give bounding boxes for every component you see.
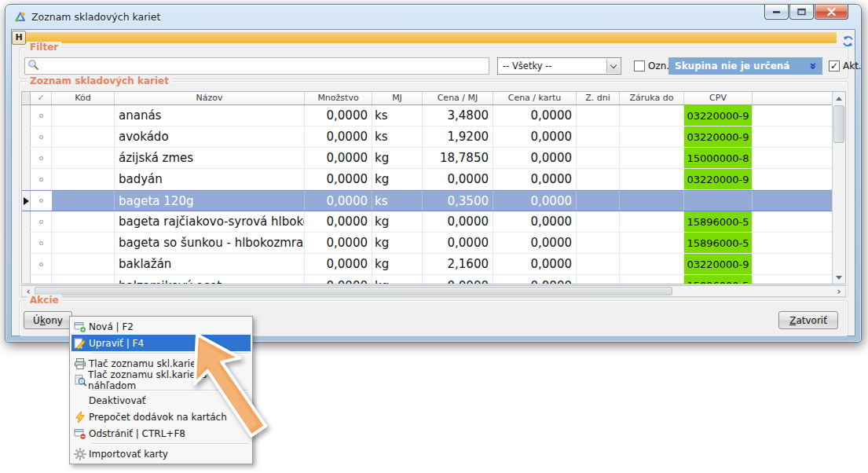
stock-cards-table: ✓ Kód Názov Množstvo MJ Cena / MJ Cena /… [21, 91, 846, 284]
table-groupbox: Zoznam skladových kariet ✓ Kód Názov Mno… [19, 81, 848, 298]
h-button[interactable]: H [12, 31, 26, 45]
header-zaruka-do[interactable]: Záruka do [620, 92, 684, 104]
header-cena-kartu[interactable]: Cena / kartu [493, 92, 577, 104]
ukony-button[interactable]: Úkony [24, 311, 72, 329]
header-z-dni[interactable]: Z. dni [577, 92, 620, 104]
maximize-button[interactable] [789, 5, 814, 20]
gear-icon [71, 448, 89, 460]
menu-item-label: Upraviť | F4 [89, 338, 144, 349]
table-row-partial[interactable]: balzamikový ocot 0,0000 kg 0,0000 0,0000… [22, 275, 845, 284]
double-chevron-down-icon[interactable]: » [806, 62, 820, 70]
chevron-down-icon[interactable] [606, 59, 620, 73]
toolbar-band [12, 32, 837, 43]
vertical-scrollbar[interactable] [832, 92, 845, 284]
context-menu: Nová | F2 Upraviť | F4 Tlač zoznamu skl.… [69, 316, 253, 464]
menu-item-importovat[interactable]: Importovať karty [71, 446, 251, 462]
table-row[interactable]: avokádo 0,0000 ks 1,9200 0,0000 03220000… [22, 126, 845, 148]
menu-item-label: Deaktivovať [89, 395, 146, 406]
cpv-badge: 15000000-8 [684, 148, 752, 168]
maximize-icon [797, 8, 806, 16]
print-preview-icon [71, 374, 88, 387]
header-cena-mj[interactable]: Cena / MJ [423, 92, 493, 104]
menu-item-label: Tlač zoznamu skl.kariet s náhľadom [88, 369, 251, 391]
row-status-icon [39, 135, 43, 139]
akt-checkbox[interactable]: ✓ Akt. [829, 60, 862, 72]
menu-item-label: Nová | F2 [89, 321, 134, 332]
group-filter-value: Skupina nie je určená [675, 60, 789, 72]
check-icon: ✓ [830, 61, 838, 71]
menu-item-label: Tlač zoznamu skl.kariet [89, 358, 200, 369]
table-header: ✓ Kód Názov Množstvo MJ Cena / MJ Cena /… [22, 92, 845, 105]
row-status-icon [39, 262, 43, 266]
window-controls [764, 5, 848, 20]
refresh-icon[interactable] [841, 35, 855, 48]
row-status-icon [39, 156, 43, 160]
cpv-badge: 15896000-5 [684, 211, 752, 232]
header-mj[interactable]: MJ [372, 92, 423, 104]
menu-item-prepocet[interactable]: Prepočet dodávok na kartách [71, 409, 251, 425]
cpv-badge: 03220000-9 [684, 105, 752, 126]
table-row-selected[interactable]: bageta 120g 0,0000 ks 0,3500 0,0000 [22, 190, 845, 211]
menu-item-deaktivovat[interactable]: Deaktivovať [71, 392, 251, 409]
row-status-icon [39, 199, 43, 203]
ozn-checkbox-box[interactable] [634, 60, 645, 72]
menu-item-odstranit[interactable]: Odstrániť | CTRL+F8 [71, 425, 251, 442]
header-kod[interactable]: Kód [52, 92, 115, 104]
scroll-up-button[interactable] [833, 92, 845, 104]
current-row-marker [24, 197, 29, 205]
header-cpv[interactable]: CPV [684, 92, 753, 104]
menu-item-tlac-zoznamu-nahlad[interactable]: Tlač zoznamu skl.kariet s náhľadom [71, 372, 251, 388]
menu-item-upravit[interactable]: Upraviť | F4 [71, 335, 251, 351]
akt-checkbox-box[interactable]: ✓ [829, 60, 840, 72]
titlebar[interactable]: Zoznam skladových kariet [5, 5, 861, 29]
scroll-down-button[interactable] [833, 271, 845, 284]
horizontal-scroll-thumb[interactable] [35, 287, 672, 295]
combo-value: -- Všetky -- [503, 60, 551, 72]
window-title: Zoznam skladových kariet [31, 11, 160, 23]
row-status-icon [39, 284, 43, 284]
table-row[interactable]: baklažán 0,0000 kg 2,1600 0,0000 0322000… [22, 254, 845, 275]
edit-pencil-icon [71, 337, 89, 350]
minimize-button[interactable] [764, 5, 789, 20]
menu-item-label: Prepočet dodávok na kartách [89, 412, 227, 423]
type-combobox[interactable]: -- Všetky -- [497, 57, 621, 75]
header-check-icon: ✓ [37, 93, 44, 103]
akt-checkbox-label: Akt. [843, 60, 862, 72]
table-row[interactable]: bageta rajčiakovo-syrová hlbokozmrazená … [22, 211, 845, 233]
filter-groupbox: Filter -- Všetky -- Ozn. Skupina nie je [19, 47, 848, 79]
row-status-icon [39, 178, 43, 182]
filter-group-label: Filter [27, 42, 61, 53]
table-row[interactable]: bageta so šunkou - hlbokozmrazená 0,0000… [22, 233, 845, 254]
table-row[interactable]: ananás 0,0000 ks 3,4800 0,0000 03220000-… [22, 105, 845, 126]
menu-item-nova[interactable]: Nová | F2 [71, 318, 251, 335]
cpv-badge: 03220000-9 [684, 169, 752, 189]
scroll-right-button[interactable]: › [833, 286, 845, 296]
app-icon [13, 10, 27, 24]
scroll-up-icon [836, 97, 842, 101]
menu-item-label: Importovať karty [89, 449, 168, 460]
row-status-icon [39, 220, 43, 224]
desktop: Zoznam skladových kariet H Filter [0, 0, 868, 473]
close-icon [827, 8, 836, 16]
menu-item-label: Odstrániť | CTRL+F8 [89, 428, 185, 439]
ozn-checkbox-label: Ozn. [648, 60, 669, 72]
header-nazov[interactable]: Názov [115, 92, 305, 104]
ozn-checkbox[interactable]: Ozn. [634, 60, 669, 72]
minimize-icon [773, 11, 780, 13]
zatvorit-button[interactable]: Zatvoriť [778, 311, 838, 329]
close-button[interactable] [815, 5, 848, 20]
header-marker-col [22, 92, 31, 104]
header-check-col[interactable]: ✓ [31, 92, 52, 104]
horizontal-scrollbar[interactable]: ‹ › [21, 285, 846, 297]
search-input[interactable] [24, 57, 489, 75]
lightning-icon [71, 411, 89, 424]
group-filter-field[interactable]: Skupina nie je určená » [668, 57, 822, 75]
table-row[interactable]: ázijská zmes 0,0000 kg 18,7850 0,0000 15… [22, 148, 845, 169]
table-group-label: Zoznam skladových kariet [27, 75, 172, 86]
printer-icon [71, 358, 89, 370]
vertical-scroll-thumb[interactable] [833, 105, 844, 143]
table-row[interactable]: badyán 0,0000 kg 0,0000 0,0000 03220000-… [22, 169, 845, 190]
search-icon [27, 59, 39, 74]
actions-group-label: Akcie [27, 295, 62, 306]
header-mnozstvo[interactable]: Množstvo [305, 92, 372, 104]
